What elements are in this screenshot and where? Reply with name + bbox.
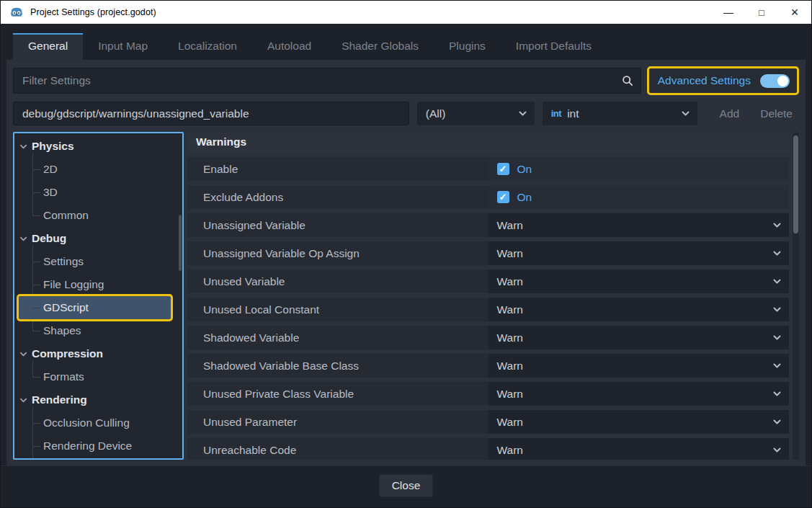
chevron-down-icon: [518, 109, 527, 118]
chevron-down-icon: [17, 143, 29, 151]
setting-label: Unassigned Variable: [187, 213, 488, 237]
setting-row: Unassigned Variable Warn: [187, 213, 789, 237]
warning-level-dropdown[interactable]: Warn: [488, 241, 790, 265]
sidebar-item-settings[interactable]: Settings: [17, 250, 182, 273]
setting-row: Unused Private Class Variable Warn: [187, 382, 789, 406]
minimize-icon[interactable]: —: [712, 1, 745, 24]
filter-settings-input[interactable]: Filter Settings: [13, 68, 641, 94]
warning-level-dropdown[interactable]: Warn: [488, 438, 790, 460]
close-icon[interactable]: ×: [778, 1, 811, 24]
setting-row: Unused Local Constant Warn: [187, 298, 789, 321]
sidebar-item-gl-compatibility[interactable]: GL Compatibility: [17, 458, 182, 460]
checkbox-checked-icon: ✓: [497, 191, 509, 203]
sidebar-section-debug[interactable]: Debug: [17, 227, 182, 250]
chevron-down-icon: [772, 389, 782, 398]
chevron-down-icon: [772, 417, 782, 427]
sidebar-item-occlusion-culling[interactable]: Occlusion Culling: [17, 411, 182, 435]
chevron-down-icon: [772, 333, 782, 342]
chevron-down-icon: [772, 277, 782, 286]
tab-import-defaults[interactable]: Import Defaults: [501, 33, 607, 60]
sidebar-section-physics[interactable]: Physics: [17, 135, 182, 158]
setting-label: Unreachable Code: [187, 438, 488, 460]
setting-row: Shadowed Variable Base Class Warn: [187, 354, 789, 378]
setting-row: Shadowed Variable Warn: [187, 326, 789, 349]
chevron-down-icon: [772, 249, 782, 258]
settings-scrollbar[interactable]: [793, 132, 799, 460]
sidebar-item-3d[interactable]: 3D: [17, 181, 182, 204]
setting-row: Unused Parameter Warn: [187, 410, 789, 434]
sidebar-item-file-logging[interactable]: File Logging: [17, 273, 182, 296]
warning-level-dropdown[interactable]: Warn: [488, 410, 790, 434]
setting-label: Unused Local Constant: [187, 298, 488, 321]
advanced-settings-toggle[interactable]: [760, 74, 790, 88]
setting-label: Shadowed Variable: [187, 326, 488, 349]
section-header: Warnings: [187, 132, 789, 152]
chevron-down-icon: [772, 220, 782, 230]
maximize-icon[interactable]: □: [745, 1, 778, 24]
advanced-settings-highlight: Advanced Settings: [647, 66, 799, 95]
tab-localization[interactable]: Localization: [163, 33, 252, 60]
sidebar-item-shapes[interactable]: Shapes: [17, 319, 182, 342]
setting-label: Unassigned Variable Op Assign: [187, 241, 488, 265]
chevron-down-icon: [772, 361, 782, 370]
titlebar: Project Settings (project.godot) — □ ×: [1, 1, 811, 24]
setting-row: Unused Variable Warn: [187, 269, 789, 293]
setting-label: Unused Parameter: [187, 410, 488, 434]
setting-row: Exclude Addons ✓ On: [187, 185, 789, 209]
sidebar-scrollbar[interactable]: [179, 215, 182, 271]
sidebar-section-compression[interactable]: Compression: [17, 342, 182, 365]
sidebar-item-2d[interactable]: 2D: [17, 158, 182, 181]
chevron-down-icon: [772, 445, 782, 455]
advanced-settings-label: Advanced Settings: [658, 74, 751, 87]
warning-level-dropdown[interactable]: Warn: [488, 298, 790, 321]
scrollbar-thumb[interactable]: [793, 135, 798, 233]
window-title: Project Settings (project.godot): [30, 7, 156, 17]
close-button[interactable]: Close: [379, 474, 434, 497]
setting-label: Shadowed Variable Base Class: [187, 354, 488, 378]
tab-general[interactable]: General: [13, 33, 83, 60]
chevron-down-icon: [17, 350, 29, 358]
warning-level-dropdown[interactable]: Warn: [488, 213, 790, 237]
sidebar-item-gdscript-selected[interactable]: GDScript: [19, 296, 171, 319]
setting-row: Unreachable Code Warn: [187, 438, 789, 460]
checkbox-checked-icon: ✓: [497, 163, 509, 175]
setting-label: Unused Variable: [187, 269, 488, 293]
tab-autoload[interactable]: Autoload: [252, 33, 326, 60]
warning-level-dropdown[interactable]: Warn: [488, 326, 790, 349]
sidebar-item-formats[interactable]: Formats: [17, 365, 182, 388]
tab-shader-globals[interactable]: Shader Globals: [326, 33, 434, 60]
warning-level-dropdown[interactable]: Warn: [488, 269, 790, 293]
enable-checkbox[interactable]: ✓ On: [488, 157, 790, 181]
chevron-down-icon: [17, 235, 29, 243]
settings-category-tree: Physics 2D 3D Common Debug Settings File…: [13, 132, 184, 460]
warning-level-dropdown[interactable]: Warn: [488, 354, 790, 378]
type-dropdown[interactable]: int int: [543, 102, 697, 125]
int-type-icon: int: [551, 108, 561, 119]
add-button[interactable]: Add: [713, 107, 746, 120]
exclude-addons-checkbox[interactable]: ✓ On: [488, 185, 790, 209]
tab-plugins[interactable]: Plugins: [434, 33, 501, 60]
sidebar-item-common[interactable]: Common: [17, 204, 182, 227]
property-path-value: debug/gdscript/warnings/unassigned_varia…: [22, 107, 249, 120]
setting-row: Unassigned Variable Op Assign Warn: [187, 241, 789, 265]
general-tab-content: Filter Settings Advanced Settings debug/…: [6, 60, 806, 465]
setting-label: Unused Private Class Variable: [187, 382, 488, 406]
search-icon: [622, 75, 633, 86]
setting-label: Enable: [187, 157, 488, 181]
settings-list: Warnings Enable ✓ On Exclude Addons ✓ On: [187, 132, 799, 460]
setting-label: Exclude Addons: [187, 185, 488, 209]
chevron-down-icon: [681, 109, 690, 118]
project-settings-window: Project Settings (project.godot) — □ × G…: [0, 0, 812, 508]
filter-placeholder: Filter Settings: [22, 74, 622, 87]
tab-bar: General Input Map Localization Autoload …: [1, 24, 811, 60]
tab-input-map[interactable]: Input Map: [83, 33, 163, 60]
warning-level-dropdown[interactable]: Warn: [488, 382, 790, 406]
chevron-down-icon: [17, 396, 29, 404]
delete-button[interactable]: Delete: [754, 107, 799, 120]
sidebar-section-rendering[interactable]: Rendering: [17, 388, 182, 411]
sidebar-item-rendering-device[interactable]: Rendering Device: [17, 435, 182, 458]
chevron-down-icon: [772, 305, 782, 314]
property-path-input[interactable]: debug/gdscript/warnings/unassigned_varia…: [13, 102, 409, 125]
feature-filter-dropdown[interactable]: (All): [417, 102, 535, 125]
toggle-knob: [777, 76, 788, 86]
